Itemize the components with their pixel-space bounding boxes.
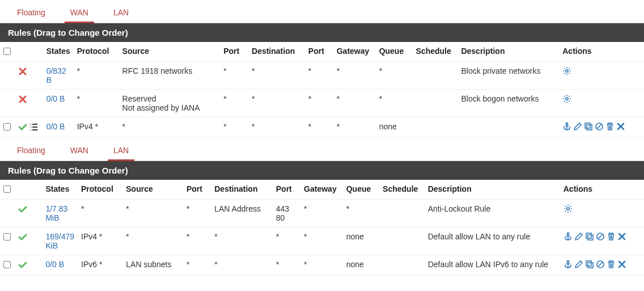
delete-action-icon[interactable] bbox=[607, 260, 616, 269]
gear-icon[interactable] bbox=[564, 204, 573, 213]
header-checkbox bbox=[0, 180, 15, 200]
copy-action-icon[interactable] bbox=[585, 232, 594, 241]
tabs-wan: Floating WAN LAN bbox=[0, 0, 644, 23]
close-action-icon[interactable] bbox=[617, 232, 626, 241]
cell-sport: * bbox=[220, 117, 248, 138]
rules-table-lan: States Protocol Source Port Destination … bbox=[0, 180, 644, 276]
states-link[interactable]: 0/832 B bbox=[46, 66, 66, 85]
close-action-icon[interactable] bbox=[616, 122, 625, 131]
cell-protocol: * bbox=[74, 90, 119, 117]
tab-wan[interactable]: WAN bbox=[65, 5, 94, 23]
cell-description: Default allow LAN IPv6 to any rule bbox=[425, 255, 560, 276]
cell-states: 0/0 B bbox=[43, 90, 74, 117]
header-gateway: Gateway bbox=[300, 180, 343, 200]
cell-checkbox bbox=[0, 90, 15, 117]
cell-protocol: * bbox=[74, 62, 119, 90]
disable-action-icon[interactable] bbox=[595, 122, 604, 131]
select-all-checkbox[interactable] bbox=[3, 48, 11, 55]
cell-source: RFC 1918 networks bbox=[119, 62, 221, 90]
disable-action-icon[interactable] bbox=[596, 260, 605, 269]
cell-description: Anti-Lockout Rule bbox=[425, 200, 560, 227]
cell-schedule bbox=[379, 227, 425, 255]
cell-checkbox bbox=[0, 255, 15, 276]
cell-source: * bbox=[119, 117, 221, 138]
cell-description: Default allow LAN to any rule bbox=[425, 227, 560, 255]
header-gateway: Gateway bbox=[333, 42, 376, 62]
states-link[interactable]: 0/0 B bbox=[45, 260, 64, 269]
cell-checkbox bbox=[0, 117, 15, 138]
header-description: Description bbox=[425, 180, 560, 200]
header-states: States bbox=[43, 42, 74, 62]
table-row[interactable]: 1/7.83 MiB***LAN Address443 80**Anti-Loc… bbox=[0, 200, 644, 227]
header-sport: Port bbox=[183, 180, 211, 200]
pass-icon bbox=[18, 233, 27, 242]
copy-action-icon[interactable] bbox=[585, 260, 594, 269]
table-row[interactable]: 0/0 BIPv6 *LAN subnets****noneDefault al… bbox=[0, 255, 644, 276]
header-queue: Queue bbox=[343, 180, 379, 200]
states-link[interactable]: 0/0 B bbox=[46, 122, 65, 131]
tab-floating[interactable]: Floating bbox=[11, 5, 51, 23]
states-link[interactable]: 1/7.83 MiB bbox=[45, 204, 67, 222]
header-actions: Actions bbox=[559, 42, 644, 62]
table-row[interactable]: 169/479 KiBIPv4 ******noneDefault allow … bbox=[0, 227, 644, 255]
cell-actions bbox=[560, 200, 644, 227]
edit-action-icon[interactable] bbox=[574, 260, 583, 269]
states-link[interactable]: 0/0 B bbox=[46, 94, 65, 103]
table-row[interactable]: 0/0 BIPv4 ******none bbox=[0, 117, 644, 138]
anchor-action-icon[interactable] bbox=[562, 122, 571, 131]
close-action-icon[interactable] bbox=[617, 260, 626, 269]
cell-sport: * bbox=[183, 255, 211, 276]
cell-states: 0/0 B bbox=[42, 255, 78, 276]
delete-action-icon[interactable] bbox=[607, 232, 616, 241]
gear-icon[interactable] bbox=[562, 94, 571, 103]
cell-dest: * bbox=[248, 117, 305, 138]
tab-floating[interactable]: Floating bbox=[11, 142, 51, 161]
cell-status bbox=[15, 117, 43, 138]
cell-dest: * bbox=[211, 227, 273, 255]
row-checkbox[interactable] bbox=[3, 123, 11, 130]
cell-sport: * bbox=[183, 227, 211, 255]
cell-schedule bbox=[413, 90, 458, 117]
cell-queue: * bbox=[343, 200, 379, 227]
cell-checkbox bbox=[0, 227, 15, 255]
list-icon bbox=[29, 123, 39, 132]
header-schedule: Schedule bbox=[379, 180, 425, 200]
cell-dport: * bbox=[305, 117, 333, 138]
select-all-checkbox[interactable] bbox=[3, 185, 11, 193]
header-dport: Port bbox=[273, 180, 300, 200]
pass-icon bbox=[18, 260, 27, 269]
cell-dest: * bbox=[248, 62, 305, 90]
pass-icon bbox=[18, 205, 27, 214]
anchor-action-icon[interactable] bbox=[564, 260, 573, 269]
table-row[interactable]: 0/832 B*RFC 1918 networks*****Block priv… bbox=[0, 62, 644, 90]
reject-icon bbox=[18, 95, 27, 104]
cell-dport: * bbox=[273, 255, 300, 276]
copy-action-icon[interactable] bbox=[584, 122, 593, 131]
table-row[interactable]: 0/0 B*Reserved Not assigned by IANA*****… bbox=[0, 90, 644, 117]
cell-source: LAN subnets bbox=[122, 255, 183, 276]
row-checkbox[interactable] bbox=[3, 261, 11, 268]
edit-action-icon[interactable] bbox=[574, 232, 583, 241]
edit-action-icon[interactable] bbox=[573, 122, 582, 131]
cell-checkbox bbox=[0, 200, 15, 227]
anchor-action-icon[interactable] bbox=[564, 232, 573, 241]
cell-queue: none bbox=[343, 255, 379, 276]
tab-wan[interactable]: WAN bbox=[65, 142, 94, 161]
cell-source: * bbox=[122, 200, 183, 227]
tab-lan[interactable]: LAN bbox=[108, 5, 134, 23]
cell-status bbox=[15, 255, 43, 276]
disable-action-icon[interactable] bbox=[596, 232, 605, 241]
tab-lan[interactable]: LAN bbox=[108, 142, 134, 161]
cell-actions bbox=[559, 90, 644, 117]
reject-icon bbox=[18, 67, 27, 76]
header-actions: Actions bbox=[560, 180, 644, 200]
cell-states: 0/0 B bbox=[43, 117, 74, 138]
cell-schedule bbox=[413, 117, 458, 138]
delete-action-icon[interactable] bbox=[605, 122, 615, 131]
cell-description: Block bogon networks bbox=[457, 90, 559, 117]
gear-icon[interactable] bbox=[562, 66, 571, 75]
cell-source: Reserved Not assigned by IANA bbox=[119, 90, 221, 117]
cell-dest: * bbox=[248, 90, 305, 117]
row-checkbox[interactable] bbox=[3, 233, 11, 241]
states-link[interactable]: 169/479 KiB bbox=[45, 232, 74, 250]
